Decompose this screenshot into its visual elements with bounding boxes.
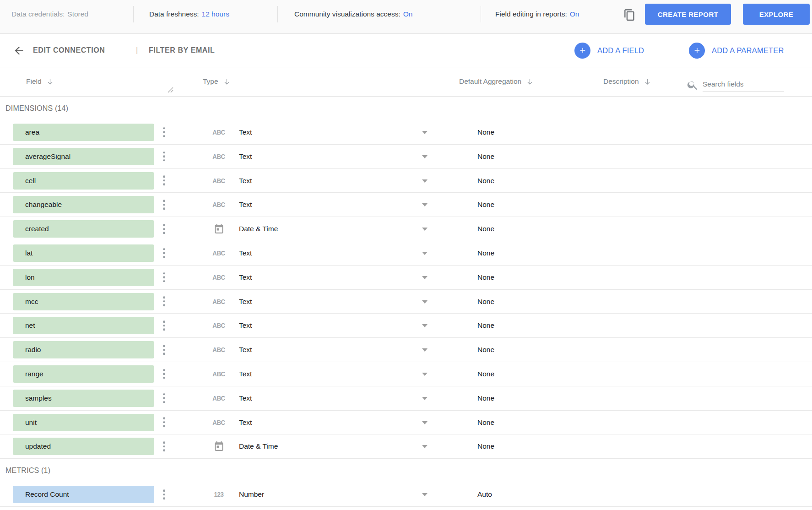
field-chip[interactable]: area (13, 124, 154, 141)
freshness-label: Data freshness: (149, 10, 199, 18)
type-select[interactable]: ABC 123 Number (208, 483, 433, 506)
search-fields-input[interactable] (703, 79, 784, 92)
dot (163, 176, 165, 178)
text-type-icon: ABC (209, 290, 229, 314)
column-header-type[interactable]: Type (203, 67, 231, 96)
field-chip[interactable]: lat (13, 244, 154, 262)
field-chip[interactable]: samples (13, 390, 154, 407)
row-menu-button[interactable] (161, 319, 167, 333)
row-menu-button[interactable] (161, 271, 167, 284)
field-chip[interactable]: range (13, 365, 154, 383)
type-label: Date & Time (239, 434, 278, 458)
field-chip[interactable]: Record Count (13, 486, 154, 503)
row-menu-button[interactable] (161, 150, 167, 163)
create-report-button[interactable]: CREATE REPORT (645, 4, 731, 25)
type-select[interactable]: ABC 123 Text (208, 193, 433, 217)
row-menu-button[interactable] (161, 391, 167, 405)
filter-by-email-link[interactable]: FILTER BY EMAIL (149, 34, 215, 67)
field-chip[interactable]: updated (13, 438, 154, 455)
type-select[interactable]: ABC 123 Text (208, 145, 433, 168)
type-select[interactable]: ABC 123 Text (208, 386, 433, 410)
search-icon (687, 79, 699, 91)
type-select[interactable]: ABC 123 Text (208, 411, 433, 434)
dropdown-arrow-icon (422, 324, 428, 327)
row-menu-button[interactable] (161, 174, 167, 188)
data-freshness[interactable]: Data freshness: 12 hours (149, 0, 229, 28)
sort-down-icon[interactable] (526, 78, 534, 86)
copy-icon[interactable] (623, 8, 636, 22)
field-chip-label: changeable (25, 201, 62, 209)
field-chip[interactable]: net (13, 317, 154, 334)
row-menu-button[interactable] (161, 416, 167, 429)
dropdown-arrow-icon (422, 493, 428, 496)
dropdown-arrow-icon (422, 348, 428, 352)
field-chip[interactable]: created (13, 220, 154, 238)
type-label: Text (239, 314, 252, 337)
plus-icon (689, 43, 705, 59)
explore-button[interactable]: EXPLORE (743, 4, 810, 25)
type-select[interactable]: ABC 123 Text (208, 314, 433, 337)
dot (163, 393, 165, 396)
add-field-label: ADD A FIELD (597, 46, 644, 55)
community-value[interactable]: On (403, 10, 413, 18)
sort-down-icon[interactable] (644, 78, 651, 86)
row-menu-button[interactable] (161, 295, 167, 309)
dot (163, 204, 165, 206)
freshness-value[interactable]: 12 hours (202, 10, 229, 18)
row-menu-button[interactable] (161, 222, 167, 236)
dot (163, 232, 165, 234)
column-header-default-aggregation[interactable]: Default Aggregation (459, 67, 534, 96)
row-menu-button[interactable] (161, 246, 167, 260)
community-viz-access[interactable]: Community visualizations access: On (294, 0, 412, 28)
dot (163, 135, 165, 137)
type-select[interactable]: ABC 123 Text (208, 266, 433, 289)
row-menu-button[interactable] (161, 343, 167, 357)
edit-connection-link[interactable]: EDIT CONNECTION (33, 34, 105, 67)
field-chip[interactable]: mcc (13, 293, 154, 310)
add-parameter-button[interactable]: ADD A PARAMETER (686, 42, 787, 59)
row-menu-button[interactable] (161, 198, 167, 212)
type-select[interactable]: ABC 123 Date & Time (208, 434, 433, 458)
column-type-label: Type (203, 77, 218, 86)
sort-down-icon[interactable] (46, 78, 54, 86)
table-row: lat ABC 123 Text None (0, 241, 812, 266)
column-resize-grip[interactable] (168, 87, 173, 95)
dot (163, 200, 165, 202)
sort-down-icon[interactable] (223, 78, 231, 86)
aggregation-value: None (477, 338, 494, 362)
field-chip[interactable]: unit (13, 414, 154, 431)
type-select[interactable]: ABC 123 Text (208, 120, 433, 144)
field-chip[interactable]: lon (13, 269, 154, 286)
type-label: Text (239, 386, 252, 410)
row-menu-button[interactable] (161, 440, 167, 454)
text-type-icon: ABC (209, 120, 229, 144)
field-chip[interactable]: averageSignal (13, 148, 154, 165)
table-row: samples ABC 123 Text None (0, 386, 812, 411)
aggregation-value: None (477, 120, 494, 144)
column-header-field[interactable]: Field (26, 67, 54, 96)
dot (163, 325, 165, 327)
type-select[interactable]: ABC 123 Text (208, 362, 433, 386)
table-row: cell ABC 123 Text None (0, 169, 812, 193)
back-button[interactable] (13, 34, 25, 67)
type-select[interactable]: ABC 123 Text (208, 241, 433, 265)
type-label: Text (239, 241, 252, 265)
field-chip[interactable]: cell (13, 172, 154, 190)
table-row: changeable ABC 123 Text None (0, 193, 812, 217)
dot (163, 321, 165, 323)
section-label: DIMENSIONS (14) (0, 97, 812, 120)
type-select[interactable]: ABC 123 Text (208, 338, 433, 362)
field-editing-setting[interactable]: Field editing in reports: On (495, 0, 579, 28)
row-menu-button[interactable] (161, 367, 167, 381)
field-chip[interactable]: radio (13, 341, 154, 358)
dot (163, 329, 165, 331)
column-header-description[interactable]: Description (603, 67, 651, 96)
row-menu-button[interactable] (161, 488, 167, 501)
field-editing-value[interactable]: On (570, 10, 579, 18)
type-select[interactable]: ABC 123 Date & Time (208, 217, 433, 241)
field-chip[interactable]: changeable (13, 196, 154, 213)
type-select[interactable]: ABC 123 Text (208, 290, 433, 314)
type-select[interactable]: ABC 123 Text (208, 169, 433, 193)
row-menu-button[interactable] (161, 125, 167, 139)
add-field-button[interactable]: ADD A FIELD (572, 42, 647, 59)
